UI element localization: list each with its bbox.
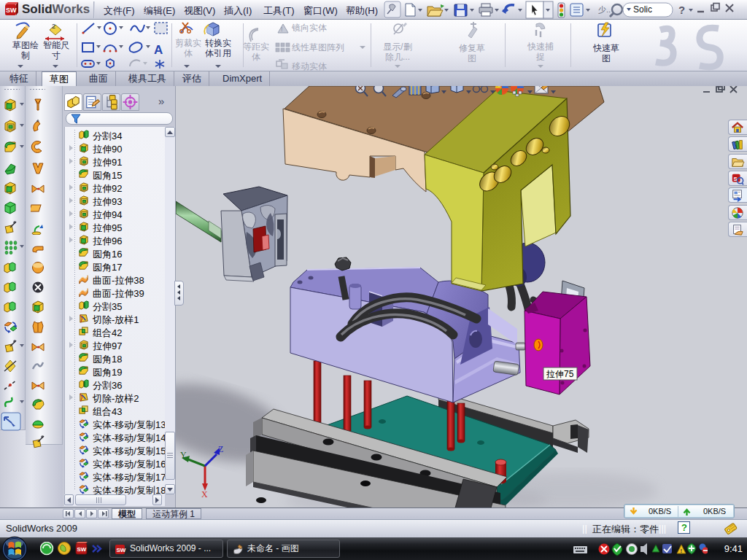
svg-text:!: ! (281, 26, 283, 33)
svg-text:拉伸75: 拉伸75 (546, 369, 574, 379)
svg-text:SW: SW (6, 7, 17, 14)
svg-text:Y: Y (180, 450, 187, 460)
svg-text:少..: 少.. (598, 5, 611, 14)
svg-text:?: ? (678, 4, 685, 16)
svg-text:Solic: Solic (633, 4, 652, 15)
svg-text:SW: SW (117, 547, 126, 553)
svg-text:X: X (201, 489, 208, 499)
svg-text:!: ! (681, 548, 683, 554)
svg-text:Z: Z (218, 444, 223, 454)
svg-text:2: 2 (52, 23, 55, 30)
svg-text:SW: SW (77, 546, 87, 553)
svg-text:A: A (154, 43, 163, 57)
